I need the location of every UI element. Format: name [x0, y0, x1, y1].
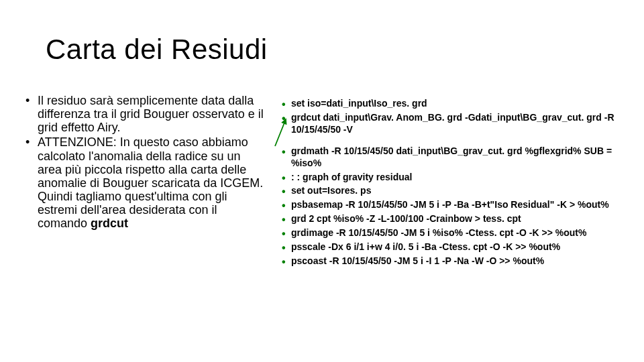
code-6a: psbasemap [291, 199, 345, 210]
left-bullet-2: ATTENZIONE: In questo caso abbiamo calco… [25, 135, 266, 230]
code-line-8: grdimage -R 10/15/45/50 -JM 5 i %iso% -C… [282, 227, 631, 239]
left-text-2a: ATTENZIONE: In questo caso abbiamo calco… [38, 135, 263, 230]
code-line-7: grd 2 cpt %iso% -Z -L-100/100 -Crainbow … [282, 213, 631, 225]
code-8b: -R 10/15/45/50 -JM 5 i %iso% -Ctess. cpt… [336, 227, 586, 238]
left-column: Il residuo sarà semplicemente data dalla… [25, 94, 266, 232]
code-5: set out=Isores. ps [291, 185, 371, 196]
code-8a: grdimage [291, 227, 336, 238]
code-line-9: psscale -Dx 6 i/1 i+w 4 i/0. 5 i -Ba -Ct… [282, 241, 631, 253]
code-3b: -R 10/15/45/50 dati_input\BG_grav_cut. g… [291, 145, 612, 168]
code-line-4: : : graph of gravity residual [282, 172, 631, 184]
left-text-1: Il residuo sarà semplicemente data dalla… [38, 94, 264, 134]
code-9b: -Dx 6 i/1 i+w 4 i/0. 5 i -Ba -Ctess. cpt… [328, 241, 560, 252]
code-2b: dati_input\Grav. Anom_BG. grd -Gdati_inp… [291, 112, 614, 135]
right-column: set iso=dati_input\Iso_res. grd grdcut d… [282, 98, 631, 269]
left-text-2b: grdcut [91, 217, 128, 230]
code-9a: psscale [291, 241, 328, 252]
code-line-10: pscoast -R 10/15/45/50 -JM 5 i -I 1 -P -… [282, 255, 631, 267]
code-line-1: set iso=dati_input\Iso_res. grd [282, 98, 631, 110]
code-10a: pscoast [291, 255, 329, 266]
left-bullet-1: Il residuo sarà semplicemente data dalla… [25, 94, 266, 134]
code-4: : : graph of gravity residual [291, 172, 412, 182]
code-line-2: grdcut dati_input\Grav. Anom_BG. grd -Gd… [282, 112, 631, 136]
slide-title: Carta dei Resiudi [46, 34, 268, 66]
slide: Carta dei Resiudi Il residuo sarà sempli… [0, 0, 644, 362]
code-1: set iso=dati_input\Iso_res. grd [291, 98, 427, 109]
code-10b: -R 10/15/45/50 -JM 5 i -I 1 -P -Na -W -O… [329, 255, 544, 266]
code-6b: -R 10/15/45/50 -JM 5 i -P -Ba -B+t"Iso R… [345, 199, 609, 210]
code-7b: %iso% -Z -L-100/100 -Crainbow > tess. cp… [333, 213, 521, 224]
code-3a: grdmath [291, 145, 331, 156]
code-7a: grd 2 cpt [291, 213, 333, 224]
code-line-6: psbasemap -R 10/15/45/50 -JM 5 i -P -Ba … [282, 199, 631, 211]
code-2a: grdcut [291, 112, 323, 123]
code-line-3: grdmath -R 10/15/45/50 dati_input\BG_gra… [282, 145, 631, 170]
code-line-5: set out=Isores. ps [282, 185, 631, 197]
